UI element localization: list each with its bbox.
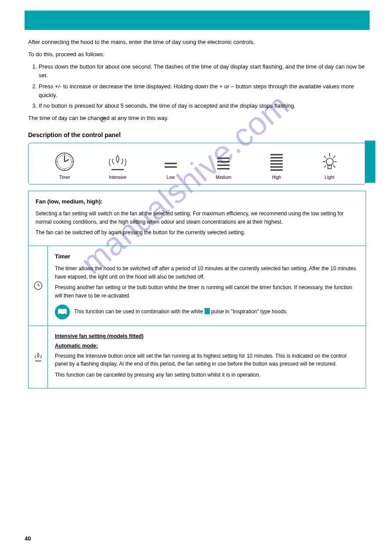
panel-icon-high: High — [250, 151, 303, 180]
svg-line-30 — [333, 156, 335, 158]
page-number: 40 — [25, 535, 31, 542]
intro-step-1-text: Press down the button for about one seco… — [39, 63, 365, 79]
table-row: Timer The timer allows the hood to be sw… — [29, 246, 366, 326]
clock-icon — [100, 116, 106, 123]
panel-label-timer: Timer — [38, 175, 91, 180]
fan-low-icon — [161, 151, 180, 172]
timer-note-inner: This function can be used in combination… — [74, 308, 288, 315]
fan-boost-icon — [108, 151, 127, 172]
timer-note: This function can be used in combination… — [55, 305, 359, 319]
panel-icon-light: Light — [303, 151, 356, 180]
intro-step-2: Press +/- to increase or decrease the ti… — [39, 82, 366, 100]
row-timer-heading: Timer — [55, 252, 359, 261]
panel-subheading: Description of the control panel — [28, 131, 366, 138]
panel-icon-intensive: Intensive — [91, 151, 144, 180]
svg-line-32 — [333, 165, 335, 167]
svg-line-31 — [324, 165, 326, 167]
intro-block: After connecting the hood to the mains, … — [28, 38, 366, 123]
clock-icon — [54, 151, 75, 172]
header-bar — [25, 11, 370, 30]
svg-line-29 — [324, 156, 326, 158]
row-timer-body-2: Pressing another fan setting or the bulb… — [55, 283, 359, 300]
svg-line-6 — [65, 160, 69, 162]
table-row: Fan (low, medium, high): Selecting a fan… — [29, 191, 366, 246]
pulse-icon — [205, 308, 210, 314]
intro-para-1: After connecting the hood to the mains, … — [28, 38, 366, 47]
section-side-tab — [365, 141, 375, 183]
svg-rect-25 — [328, 165, 331, 169]
panel-label-medium: Medium — [197, 175, 250, 180]
panel-icon-medium: Medium — [197, 151, 250, 180]
intro-step-1: Press down the button for about one seco… — [39, 62, 366, 80]
panel-label-intensive: Intensive — [91, 175, 144, 180]
row-intensive-sub: Automatic mode: — [55, 342, 98, 350]
row-fan-body-2: The fan can be switched off by again pre… — [36, 229, 359, 237]
light-icon — [319, 151, 340, 172]
row-intensive-body-1: Pressing the Intensive button once will … — [55, 352, 359, 368]
timer-note-text: This function can be used in combination… — [74, 308, 288, 316]
row-intensive-heading: Intensive fan setting (models fitted) — [55, 332, 144, 341]
row-fan-body-1: Selecting a fan setting will switch on t… — [36, 210, 359, 226]
control-panel-diagram: Timer Intensive — [28, 143, 366, 185]
manual-icon — [55, 305, 70, 319]
intro-para-2: To do this, proceed as follows: — [28, 50, 366, 59]
control-description-table: Fan (low, medium, high): Selecting a fan… — [28, 191, 366, 388]
fan-high-icon — [267, 151, 286, 172]
intro-note: The time of day can be changed at any ti… — [28, 114, 366, 123]
table-row: Intensive fan setting (models fitted) Au… — [29, 326, 366, 388]
intro-step-3: If no button is pressed for about 5 seco… — [39, 102, 366, 110]
panel-label-high: High — [250, 175, 303, 180]
panel-label-light: Light — [303, 175, 356, 180]
panel-icon-timer: Timer — [38, 151, 91, 180]
fan-medium-icon — [214, 151, 233, 172]
panel-icon-low: Low — [144, 151, 197, 180]
clock-icon — [33, 281, 43, 290]
row-intensive-body-2: This function can be cancelled by pressi… — [55, 371, 359, 379]
row-fan-heading: Fan (low, medium, high): — [36, 197, 359, 206]
svg-point-24 — [326, 158, 333, 165]
panel-label-low: Low — [144, 175, 197, 180]
row-timer-body-1: The timer allows the hood to be switched… — [55, 265, 359, 281]
fan-boost-icon — [32, 350, 44, 363]
